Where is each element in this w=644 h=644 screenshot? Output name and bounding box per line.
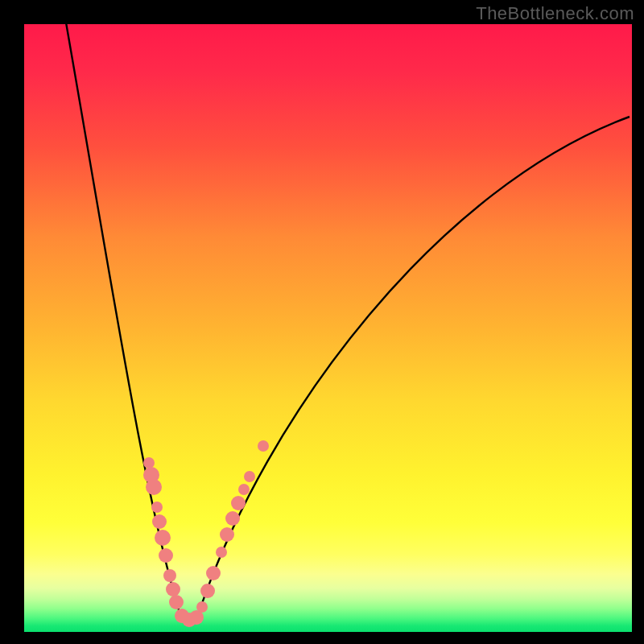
- scatter-dot: [196, 601, 208, 613]
- scatter-dot: [152, 514, 167, 529]
- scatter-dot: [220, 527, 234, 542]
- watermark-text: TheBottleneck.com: [476, 3, 634, 24]
- scatter-dot: [200, 584, 215, 598]
- scatter-dot: [169, 595, 184, 609]
- scatter-dot: [159, 548, 173, 563]
- scatter-dot: [143, 457, 155, 469]
- plot-area: [24, 24, 632, 632]
- scatter-dot: [216, 547, 227, 558]
- scatter-dot: [206, 566, 221, 580]
- plot-svg: [24, 24, 632, 632]
- scatter-dot: [258, 440, 269, 452]
- scatter-dot: [244, 471, 255, 482]
- scatter-dot: [151, 502, 163, 513]
- gradient-background: [24, 24, 632, 632]
- scatter-dot: [238, 484, 250, 495]
- scatter-dot: [163, 569, 176, 582]
- scatter-dot: [225, 511, 240, 526]
- chart-container: TheBottleneck.com: [0, 0, 644, 644]
- scatter-dot: [231, 496, 246, 510]
- scatter-dot: [146, 479, 162, 495]
- scatter-dot: [166, 582, 180, 597]
- scatter-dot: [155, 530, 171, 546]
